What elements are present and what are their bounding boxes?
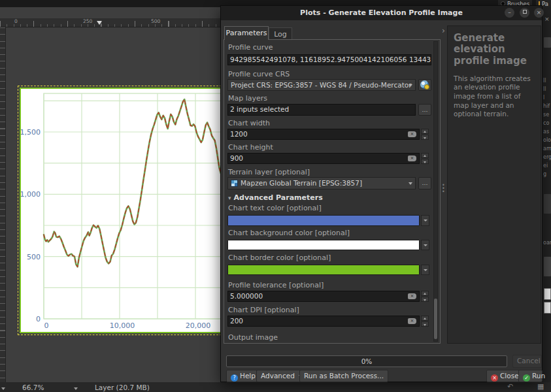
- background-panel-strip: × lllllhifsecoasoloamergeig oar: [543, 7, 551, 382]
- panel-text-fragment: erg: [543, 154, 551, 160]
- clear-value-icon[interactable]: ×: [408, 131, 416, 137]
- help-panel-collapse-icon[interactable]: ›: [442, 26, 445, 35]
- terrain-layer-label: Terrain layer [optional]: [228, 168, 310, 176]
- chart-background-color-label: Chart background color [optional]: [228, 229, 350, 237]
- panel-text-fragment: ll: [543, 78, 546, 84]
- run-as-batch-button[interactable]: Run as Batch Process...: [299, 370, 388, 382]
- chart-text-color-dropdown[interactable]: [421, 215, 429, 226]
- svg-text:0: 0: [44, 321, 49, 330]
- status-bar: 66.7% Layer (20.7 MB) ↶ ▦: [0, 382, 551, 392]
- tab-patterns-label: Pa: [542, 1, 548, 7]
- help-panel: Generate elevation profile image This al…: [447, 25, 541, 344]
- map-layers-browse-button[interactable]: …: [418, 104, 431, 116]
- terrain-layer-value: Mapzen Global Terrain [EPSG:3857]: [241, 179, 362, 187]
- tab-parameters[interactable]: Parameters: [224, 26, 269, 40]
- run-button-label: Run: [532, 372, 545, 380]
- panel-text-fragment: oar: [543, 240, 551, 246]
- clear-value-icon[interactable]: ×: [408, 155, 416, 161]
- chart-background-color-dropdown[interactable]: [421, 240, 429, 250]
- svg-text:0: 0: [36, 315, 41, 323]
- run-check-icon: ✓: [523, 374, 530, 382]
- parameters-panel: Profile curve 942985542491078, 11618952.…: [224, 39, 441, 344]
- parameters-scrollbar[interactable]: [433, 41, 438, 342]
- panel-text-fragment: ei: [543, 163, 548, 169]
- profile-tolerance-input[interactable]: 5.000000 ×: [227, 291, 420, 302]
- chart-border-color-label: Chart border color [optional]: [228, 253, 331, 262]
- svg-text:20,000: 20,000: [186, 321, 211, 330]
- chevron-down-icon: [409, 182, 412, 185]
- zoom-level-value[interactable]: 66.7%: [22, 384, 44, 391]
- terrain-layer-browse-button[interactable]: …: [418, 177, 431, 189]
- progress-bar: 0%: [226, 355, 507, 367]
- svg-text:1,000: 1,000: [21, 190, 41, 199]
- history-undo-icon[interactable]: ↶: [507, 382, 513, 391]
- dialog-titlebar[interactable]: Plots - Generate Elevation Profile Image…: [221, 6, 542, 20]
- raster-layer-icon: [231, 180, 238, 187]
- help-button-label: Help: [240, 372, 256, 380]
- close-window-button[interactable]: ×: [534, 8, 544, 18]
- clear-value-icon[interactable]: ×: [408, 318, 416, 324]
- profile-curve-label: Profile curve: [228, 43, 273, 52]
- chart-border-color-dropdown[interactable]: [421, 265, 429, 275]
- chart-dpi-value: 200: [230, 317, 243, 325]
- svg-text:500: 500: [27, 253, 41, 261]
- chart-height-spinner[interactable]: [421, 153, 429, 164]
- grid-panel-icon[interactable]: ▦: [537, 382, 544, 391]
- chart-dpi-label: Chart DPI [optional]: [228, 306, 299, 314]
- scrollbar-thumb[interactable]: [434, 299, 437, 339]
- screen: Brushes Pa 0 250 500 05001,0001,500010,0…: [0, 0, 551, 392]
- chart-text-color-swatch[interactable]: [227, 215, 420, 226]
- chart-dpi-input[interactable]: 200 ×: [227, 316, 420, 327]
- help-heading: Generate elevation profile image: [454, 33, 535, 67]
- advanced-parameters-header[interactable]: ▾Advanced Parameters: [228, 193, 323, 202]
- maximize-button[interactable]: [520, 8, 529, 18]
- layer-info-label: Layer (20.7 MB): [95, 384, 150, 391]
- chart-height-input[interactable]: 900 ×: [227, 153, 420, 164]
- ruler-label: 250: [83, 18, 93, 24]
- profile-tolerance-value: 5.000000: [230, 292, 263, 300]
- vertical-ruler[interactable]: [0, 27, 6, 382]
- panel-fragment: [544, 257, 551, 276]
- chart-width-spinner[interactable]: [421, 129, 429, 140]
- chart-dpi-spinner[interactable]: [421, 316, 429, 327]
- close-icon: ×: [491, 374, 498, 382]
- chart-height-label: Chart height: [228, 143, 273, 152]
- plots-dialog: Plots - Generate Elevation Profile Image…: [220, 5, 543, 382]
- profile-tolerance-label: Profile tolerance [optional]: [228, 281, 324, 289]
- profile-curve-crs-select[interactable]: Project CRS: EPSG:3857 - WGS 84 / Pseudo…: [227, 79, 416, 91]
- minimize-button[interactable]: –: [505, 8, 514, 18]
- panel-text-fragment: se: [543, 112, 549, 118]
- profile-tolerance-spinner[interactable]: [421, 291, 429, 302]
- panel-text-fragment: l: [543, 95, 544, 101]
- advanced-button-label: Advanced: [261, 372, 295, 380]
- zoom-dropdown-chevron-icon[interactable]: [74, 384, 78, 391]
- panel-close-icon[interactable]: ×: [544, 16, 550, 22]
- help-button[interactable]: ?Help: [226, 370, 260, 382]
- chart-width-value: 1200: [230, 130, 248, 138]
- cancel-button[interactable]: Cancel: [512, 355, 542, 368]
- clear-value-icon[interactable]: ×: [408, 293, 416, 299]
- terrain-layer-select[interactable]: Mapzen Global Terrain [EPSG:3857]: [227, 177, 416, 189]
- chart-width-input[interactable]: 1200 ×: [227, 129, 420, 140]
- chart-background-color-swatch[interactable]: [227, 240, 420, 250]
- profile-curve-crs-value: Project CRS: EPSG:3857 - WGS 84 / Pseudo…: [231, 81, 412, 89]
- select-crs-button[interactable]: [418, 79, 431, 91]
- tab-log[interactable]: Log: [269, 27, 292, 40]
- help-icon: ?: [231, 374, 238, 382]
- chart-height-value: 900: [230, 154, 243, 162]
- elevation-chart-image: 05001,0001,500010,00020,000: [20, 88, 226, 333]
- ruler-label: 500: [151, 18, 161, 24]
- unit-dropdown[interactable]: [1, 384, 5, 391]
- map-layers-input[interactable]: 2 inputs selected: [227, 104, 416, 116]
- elevation-chart-svg: 05001,0001,500010,00020,000: [21, 89, 225, 332]
- ruler-position-marker-icon: [97, 21, 102, 25]
- splitter-handle[interactable]: •••: [442, 184, 444, 198]
- chevron-down-icon: [409, 84, 412, 87]
- chart-border-color-swatch[interactable]: [227, 265, 420, 275]
- panel-fragment: [544, 194, 551, 214]
- profile-curve-input[interactable]: 942985542491078, 11618952.94750041421060…: [227, 54, 431, 65]
- run-button[interactable]: ✓Run: [518, 370, 543, 382]
- panel-text-fragment: as: [543, 129, 549, 135]
- help-body: This algorithm creates an elevation prof…: [454, 74, 535, 119]
- dialog-title: Plots - Generate Elevation Profile Image: [221, 8, 542, 17]
